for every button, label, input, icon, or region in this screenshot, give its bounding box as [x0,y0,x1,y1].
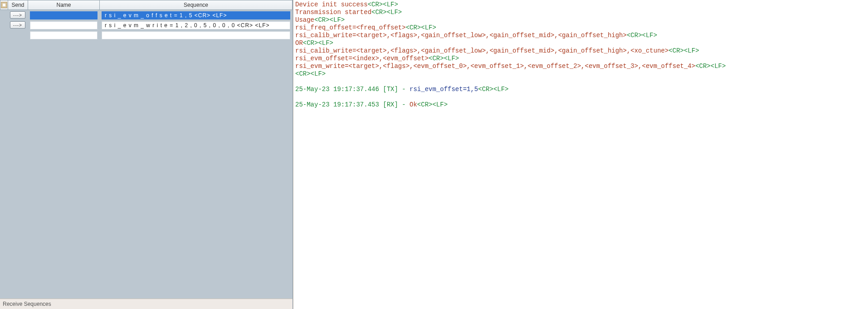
row-send-cell: ---> [8,20,28,30]
name-input[interactable] [30,31,98,39]
row-send-cell: ---> [8,10,28,20]
table-row[interactable] [0,30,293,40]
header-send: Send [8,0,28,10]
table-row[interactable]: --->r s i _ e v m _ w r i t e = 1 , 2 , … [0,20,293,30]
row-name-cell[interactable] [28,30,100,40]
sequence-input[interactable] [102,31,290,39]
terminal-text: Device init success<CR><LF>Transmission … [295,1,866,109]
panel-icon [1,2,7,8]
header-name: Name [28,0,100,10]
sequence-input[interactable]: r s i _ e v m _ w r i t e = 1 , 2 , 0 , … [102,21,290,29]
name-input[interactable] [30,21,98,29]
row-sequence-cell[interactable]: r s i _ e v m _ o f f s e t = 1 , 5 <CR>… [100,10,293,20]
send-sequences-panel: Send Name Sequence --->r s i _ e v m _ o… [0,0,293,309]
send-button[interactable]: ---> [10,21,25,29]
row-name-cell[interactable] [28,10,100,20]
header-icon-cell [0,0,8,10]
table-row[interactable]: --->r s i _ e v m _ o f f s e t = 1 , 5 … [0,10,293,20]
sequence-table-header: Send Name Sequence [0,0,293,10]
row-send-cell [8,30,28,40]
send-button[interactable]: ---> [10,11,25,19]
row-gutter [0,20,8,30]
row-sequence-cell[interactable] [100,30,293,40]
row-gutter [0,10,8,20]
receive-sequences-label: Receive Sequences [0,299,293,309]
terminal-output-panel[interactable]: Device init success<CR><LF>Transmission … [293,0,868,309]
row-name-cell[interactable] [28,20,100,30]
row-gutter [0,30,8,40]
sequence-table-body: --->r s i _ e v m _ o f f s e t = 1 , 5 … [0,10,293,40]
row-sequence-cell[interactable]: r s i _ e v m _ w r i t e = 1 , 2 , 0 , … [100,20,293,30]
name-input[interactable] [30,11,98,19]
header-sequence: Sequence [100,0,293,10]
sequence-input[interactable]: r s i _ e v m _ o f f s e t = 1 , 5 <CR>… [102,11,290,19]
